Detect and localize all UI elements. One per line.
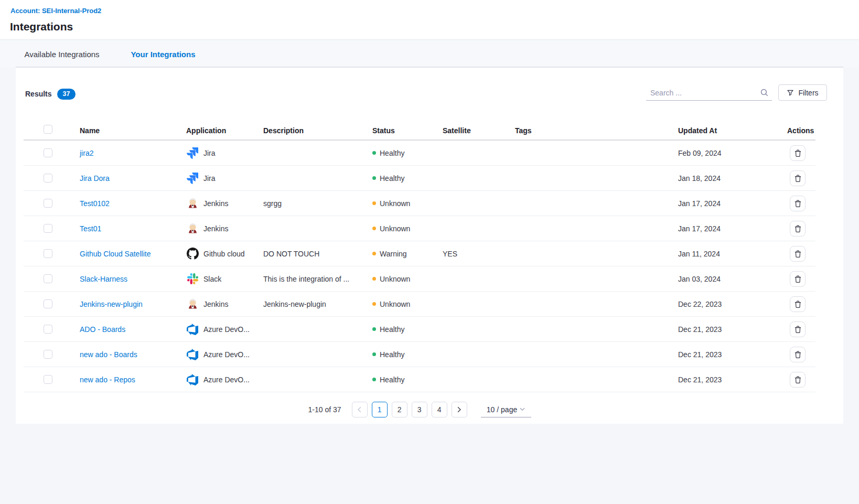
table-row: new ado - ReposAzure DevO...HealthyDec 2… [24,367,815,392]
column-header-name: Name [71,126,178,135]
integration-name-link[interactable]: ADO - Boards [80,325,125,334]
row-checkbox[interactable] [44,174,52,183]
integrations-table: Name Application Description Status Sate… [24,115,815,392]
integration-name-link[interactable]: Jenkins-new-plugin [80,300,143,308]
table-row: new ado - BoardsAzure DevO...HealthyDec … [24,342,815,367]
table-header-row: Name Application Description Status Sate… [24,115,815,141]
row-checkbox[interactable] [44,199,52,208]
updated-at-value: Dec 21, 2023 [678,325,722,334]
delete-integration-button[interactable] [790,347,806,362]
integration-name-link[interactable]: new ado - Boards [80,350,137,359]
table-row: Test0102JenkinssgrggUnknownJan 17, 2024 [24,191,815,216]
status-dot [372,302,376,306]
integration-name-link[interactable]: Test0102 [80,199,110,208]
updated-at-value: Jan 03, 2024 [678,275,721,283]
filters-button[interactable]: Filters [778,84,827,101]
pagination-page-button-1[interactable]: 1 [372,402,388,417]
delete-integration-button[interactable] [790,321,806,337]
azure-devops-icon [186,348,199,361]
results-count-badge: 37 [57,89,76,100]
table-row: Slack-HarnessSlackThis is the integratio… [24,266,815,292]
status-dot [372,227,376,230]
integration-name-link[interactable]: new ado - Repos [80,376,135,384]
delete-integration-button[interactable] [790,145,806,161]
pagination-prev-button[interactable] [352,402,368,417]
status-text: Healthy [380,350,404,359]
search-input[interactable] [646,89,760,97]
integration-name-link[interactable]: jira2 [80,149,93,157]
updated-at-value: Dec 21, 2023 [678,376,722,384]
status-text: Unknown [380,300,410,308]
row-checkbox[interactable] [44,224,52,233]
select-all-checkbox[interactable] [44,125,52,134]
row-checkbox[interactable] [44,299,52,308]
satellite-value: YES [443,250,457,258]
delete-integration-button[interactable] [790,271,806,287]
application-label: Jenkins [203,224,228,233]
table-row: ADO - BoardsAzure DevO...HealthyDec 21, … [24,317,815,342]
pagination-next-button[interactable] [452,402,467,417]
updated-at-value: Feb 09, 2024 [678,149,722,157]
pagination-page-button-2[interactable]: 2 [392,402,407,417]
results-label: Results [25,90,52,98]
row-checkbox[interactable] [44,375,52,384]
application-label: Azure DevO... [203,325,250,334]
row-checkbox[interactable] [44,148,52,157]
row-checkbox[interactable] [44,350,52,359]
slack-icon [186,273,199,285]
delete-integration-button[interactable] [790,196,806,211]
delete-integration-button[interactable] [790,296,806,312]
description-text: This is the integration of ... [263,275,349,283]
application-label: Jira [203,149,216,157]
table-row: Github Cloud SatelliteGithub cloudDO NOT… [24,241,815,266]
row-checkbox[interactable] [44,274,52,283]
filter-funnel-icon [787,89,794,96]
status-text: Unknown [380,224,410,233]
status-dot [372,378,376,381]
search-field [646,85,772,101]
account-breadcrumb-link[interactable]: Account: SEI-Internal-Prod2 [10,7,101,15]
description-text: Jenkins-new-plugin [263,300,326,308]
description-text: sgrgg [263,199,282,208]
updated-at-value: Jan 17, 2024 [678,199,721,208]
delete-integration-button[interactable] [790,372,806,388]
page-size-select[interactable]: 10 / page [481,402,531,417]
jira-icon [186,172,199,185]
results-summary: Results 37 [25,88,76,100]
table-row: Test01JenkinsUnknownJan 17, 2024 [24,216,815,241]
pagination-page-button-4[interactable]: 4 [432,402,447,417]
integration-name-link[interactable]: Jira Dora [80,174,110,183]
updated-at-value: Dec 22, 2023 [678,300,722,308]
github-icon [186,248,199,260]
table-row: Jenkins-new-pluginJenkinsJenkins-new-plu… [24,292,815,317]
search-icon [760,88,769,97]
delete-integration-button[interactable] [790,170,806,186]
row-checkbox[interactable] [44,325,52,334]
top-header: Account: SEI-Internal-Prod2 Integrations [0,0,859,40]
integration-name-link[interactable]: Github Cloud Satellite [80,250,151,258]
tab-bar: Available Integrations Your Integrations [0,40,859,68]
table-row: jira2JiraHealthyFeb 09, 2024 [24,141,815,166]
integrations-panel: Results 37 Filters Name Application Desc… [16,68,843,424]
pagination-bar: 1-10 of 37 1234 10 / page [24,401,815,418]
table-body: jira2JiraHealthyFeb 09, 2024Jira DoraJir… [24,141,815,392]
status-text: Healthy [380,376,404,384]
tab-available-integrations[interactable]: Available Integrations [17,40,107,68]
delete-integration-button[interactable] [790,221,806,237]
status-dot [372,252,376,255]
status-text: Healthy [380,149,404,157]
integration-name-link[interactable]: Test01 [80,224,101,233]
delete-integration-button[interactable] [790,246,806,262]
jira-icon [186,147,199,159]
status-dot [372,327,376,331]
application-label: Jenkins [203,199,228,208]
column-header-satellite: Satellite [441,126,511,135]
page-title: Integrations [10,20,73,33]
row-checkbox[interactable] [44,249,52,258]
pagination-page-button-3[interactable]: 3 [412,402,427,417]
pagination-range-label: 1-10 of 37 [308,405,341,414]
updated-at-value: Jan 17, 2024 [678,224,721,233]
tab-your-integrations[interactable]: Your Integrations [124,40,202,68]
integration-name-link[interactable]: Slack-Harness [80,275,127,283]
column-header-application: Application [178,126,257,135]
